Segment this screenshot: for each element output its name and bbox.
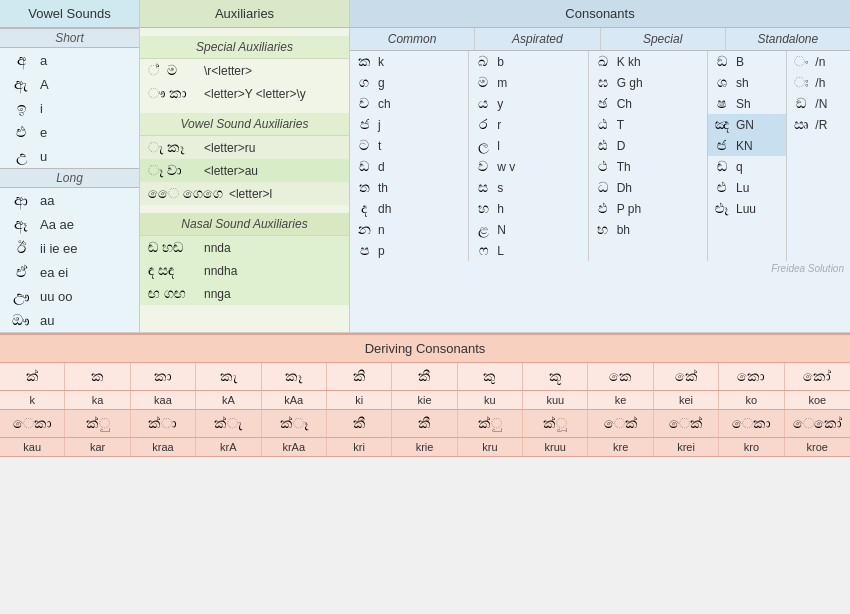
der-kraa-sin: ක්‍ා bbox=[131, 410, 196, 437]
sinhala-i: ඉ bbox=[10, 99, 32, 117]
cons-Ggh: ඝG gh bbox=[589, 72, 707, 93]
sinhala-e: එ bbox=[10, 123, 32, 141]
cons-B: ඞB bbox=[708, 51, 786, 72]
cons-Lu: ළුLu bbox=[708, 177, 786, 198]
der-krA-lat: krA bbox=[196, 438, 261, 456]
der-kru-sin: ක්‍ු bbox=[458, 410, 523, 437]
cons-slash-h: ඃ/h bbox=[787, 72, 850, 93]
nasal-aux-header: Nasal Sound Auxiliaries bbox=[140, 213, 349, 236]
der-krie-lat: krie bbox=[392, 438, 457, 456]
cons-slash-N: ඞ/N bbox=[787, 93, 850, 114]
aux-header: Auxiliaries bbox=[140, 0, 349, 28]
der-kie-sin: කී bbox=[392, 363, 457, 390]
long-vowels: ආ aa ඈ Aa ae ඊ ii ie ee ඒ ea ei ඌ uu o bbox=[0, 188, 139, 332]
sinhala-ae: ඈ bbox=[10, 215, 32, 233]
der-krA-sin: ක්‍ැ bbox=[196, 410, 261, 437]
sub-header-common: Common bbox=[350, 28, 475, 50]
watermark: Freidea Solution bbox=[350, 261, 850, 276]
der-koe-sin: කෝ bbox=[785, 363, 850, 390]
aux-latin-l: <letter>l bbox=[229, 187, 272, 201]
cons-th: තth bbox=[350, 177, 468, 198]
main-container: Vowel Sounds Short අ a ඇ A ඉ i එ e bbox=[0, 0, 850, 457]
aux-sinhala-l: ෙෙ ගෙගෙ bbox=[148, 185, 223, 202]
cons-N: ළN bbox=[469, 219, 587, 240]
cons-q: ඬq bbox=[708, 156, 786, 177]
long-label: Long bbox=[0, 168, 139, 188]
cons-Kkh: ඛK kh bbox=[589, 51, 707, 72]
der-kraa-lat: kraa bbox=[131, 438, 196, 456]
deriving-row1-sinhala: ක් ක කා කැ කෑ කි කී කු කූ කෙ කේ කො කෝ bbox=[0, 363, 850, 391]
der-ku-lat: ku bbox=[458, 391, 523, 409]
aux-row-ru: ැ කෑ <letter>ru bbox=[140, 136, 349, 159]
special-col: ඞB ශsh ෂSh ඤGN ඦKN ඬq ළුLu ළූLuu bbox=[708, 51, 787, 261]
cons-slash-n: ං/n bbox=[787, 51, 850, 72]
consonants-sub-headers: Common Aspirated Special Standalone bbox=[350, 28, 850, 51]
cons-bh: භbh bbox=[589, 219, 707, 240]
cons-dh: දdh bbox=[350, 198, 468, 219]
consonants-body: කk ගg චch ජj ටt ඩd තth දdh නn පp බb මm ය… bbox=[350, 51, 850, 261]
der-kro-sin: ෙකා bbox=[719, 410, 784, 437]
cons-Pph: ඵP ph bbox=[589, 198, 707, 219]
top-section: Vowel Sounds Short අ a ඇ A ඉ i එ e bbox=[0, 0, 850, 333]
aux-row-nnga: ඟ ගඟ nnga bbox=[140, 282, 349, 305]
der-kei-lat: kei bbox=[654, 391, 719, 409]
der-kro-lat: kro bbox=[719, 438, 784, 456]
aux-latin-nnga: nnga bbox=[204, 287, 231, 301]
der-k-lat: k bbox=[0, 391, 65, 409]
common-col2: බb මm යy රr ලl වw v සs හh ළN ෆL bbox=[469, 51, 588, 261]
der-krie-sin: කී bbox=[392, 410, 457, 437]
vowel-row-u: උ u bbox=[0, 144, 139, 168]
aux-sinhala-y: ෟ කා bbox=[148, 85, 198, 102]
short-vowels: අ a ඇ A ඉ i එ e උ u bbox=[0, 48, 139, 168]
cons-y: යy bbox=[469, 93, 587, 114]
cons-wv: වw v bbox=[469, 156, 587, 177]
sub-header-standalone: Standalone bbox=[726, 28, 850, 50]
aux-sinhala-nndha: ඳ සඳ bbox=[148, 262, 198, 279]
aux-latin-y: <letter>Y <letter>\y bbox=[204, 87, 306, 101]
cons-b: බb bbox=[469, 51, 587, 72]
der-ka-sin: ක bbox=[65, 363, 130, 390]
der-kroe-lat: kroe bbox=[785, 438, 850, 456]
der-kA-lat: kA bbox=[196, 391, 261, 409]
latin-u: u bbox=[40, 149, 47, 164]
aux-row-vau: ෑ වා <letter>au bbox=[140, 159, 349, 182]
aux-sinhala-r: ් ම bbox=[148, 62, 198, 79]
consonants-column: Consonants Common Aspirated Special Stan… bbox=[350, 0, 850, 332]
der-koe-lat: koe bbox=[785, 391, 850, 409]
vowel-column: Vowel Sounds Short අ a ඇ A ඉ i එ e bbox=[0, 0, 140, 332]
vowel-row-aa: ආ aa bbox=[0, 188, 139, 212]
der-krei-sin: ෙක්‍ bbox=[654, 410, 719, 437]
consonants-header: Consonants bbox=[350, 0, 850, 28]
der-ki-lat: ki bbox=[327, 391, 392, 409]
aux-latin-ru: <letter>ru bbox=[204, 141, 255, 155]
cons-j: ජj bbox=[350, 114, 468, 135]
vowel-row-a: අ a bbox=[0, 48, 139, 72]
latin-A: A bbox=[40, 77, 49, 92]
der-ke-lat: ke bbox=[588, 391, 653, 409]
der-krei-lat: krei bbox=[654, 438, 719, 456]
cons-Th: ථTh bbox=[589, 156, 707, 177]
der-kaa-sin: කා bbox=[131, 363, 196, 390]
aux-sinhala-nnda: ඬ හඬ bbox=[148, 239, 198, 256]
der-kruu-sin: ක්‍ූ bbox=[523, 410, 588, 437]
der-kre-lat: kre bbox=[588, 438, 653, 456]
vowel-row-au: ඖ au bbox=[0, 308, 139, 332]
sinhala-au: ඖ bbox=[10, 311, 32, 329]
aspirated-col: ඛK kh ඝG gh ඡCh ඨT ඪD ථTh ධDh ඵP ph භbh bbox=[589, 51, 708, 261]
sinhala-uu: ඌ bbox=[10, 287, 32, 305]
nasal-aux-rows: ඬ හඬ nnda ඳ සඳ nndha ඟ ගඟ nnga bbox=[140, 236, 349, 305]
der-kA-sin: කැ bbox=[196, 363, 261, 390]
cons-t: ටt bbox=[350, 135, 468, 156]
latin-a: a bbox=[40, 53, 47, 68]
vowel-row-e: එ e bbox=[0, 120, 139, 144]
vowel-aux-rows: ැ කෑ <letter>ru ෑ වා <letter>au ෙෙ ගෙගෙ … bbox=[140, 136, 349, 205]
latin-au: au bbox=[40, 313, 54, 328]
deriving-row2-sinhala: ෙකා ක්‍ු ක්‍ා ක්‍ැ ක්‍ෑ කී කී ක්‍ු ක්‍ූ … bbox=[0, 410, 850, 438]
sub-header-special: Special bbox=[601, 28, 726, 50]
cons-d: ඩd bbox=[350, 156, 468, 177]
sinhala-ii: ඊ bbox=[10, 239, 32, 257]
cons-Sh: ෂSh bbox=[708, 93, 786, 114]
sinhala-u: උ bbox=[10, 147, 32, 165]
vowel-row-ii: ඊ ii ie ee bbox=[0, 236, 139, 260]
aux-row-r: ් ම \r<letter> bbox=[140, 59, 349, 82]
